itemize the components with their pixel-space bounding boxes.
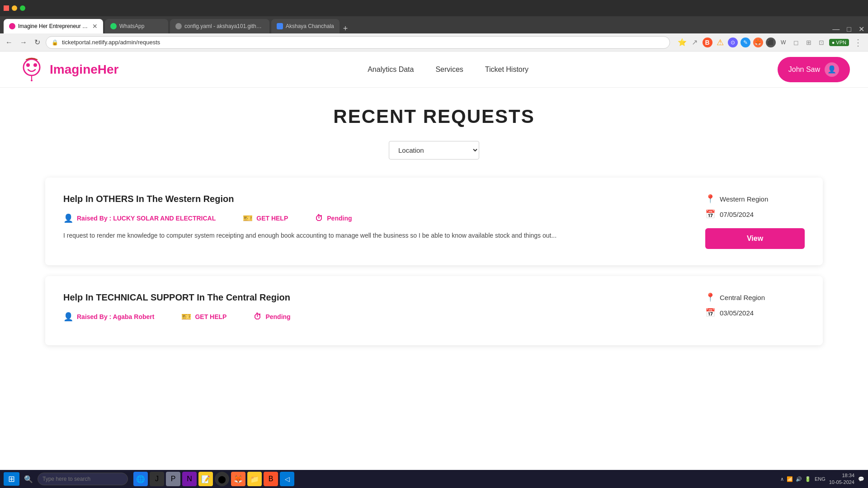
status-icon-2: ⏱ xyxy=(254,312,262,322)
taskbar-app-sticky[interactable]: 📝 xyxy=(198,472,213,486)
tab-active[interactable]: Imagine Her Entrepreneur Supp ✕ xyxy=(4,19,103,33)
new-tab-button[interactable]: + xyxy=(340,24,352,33)
svg-point-0 xyxy=(24,59,40,75)
svg-point-2 xyxy=(33,63,37,67)
battery-icon[interactable]: 🔋 xyxy=(805,476,811,482)
filter-row: Location Western Region Central Region E… xyxy=(45,141,823,160)
taskbar-app-onenote[interactable]: N xyxy=(182,472,197,486)
logo-accent: Her xyxy=(98,62,119,76)
close-icon[interactable]: ✕ xyxy=(859,25,864,33)
side-date-2: 📅 03/05/2024 xyxy=(705,308,754,318)
lock-icon: 🔒 xyxy=(52,39,58,46)
taskbar-app-brave[interactable]: B xyxy=(264,472,278,486)
user-icon-1: 👤 xyxy=(63,213,73,223)
start-button[interactable]: ⊞ xyxy=(4,472,19,486)
calendar-icon-2: 📅 xyxy=(705,308,715,318)
taskbar-app-firefox[interactable]: 🦊 xyxy=(231,472,245,486)
ext-icon-3[interactable]: 🦊 xyxy=(753,38,763,47)
menu-button[interactable]: ⋮ xyxy=(852,37,864,48)
nav-history[interactable]: Ticket History xyxy=(485,66,528,74)
taskbar-app-file[interactable]: 📁 xyxy=(247,472,262,486)
network-icon[interactable]: 📶 xyxy=(787,476,793,482)
svg-point-4 xyxy=(31,80,33,81)
status-label-1: Pending xyxy=(327,215,352,222)
system-tray-up[interactable]: ∧ xyxy=(780,476,784,482)
tab-label-config: config.yaml - akshaya101.github.io xyxy=(184,23,264,29)
ext-icon-2[interactable]: ✎ xyxy=(741,38,750,47)
browser-chrome xyxy=(0,0,868,16)
region-text-2: Central Region xyxy=(720,294,765,301)
refresh-button[interactable]: ↻ xyxy=(33,37,42,47)
tab-label-wa: WhatsApp xyxy=(119,23,163,29)
ext-icon-7[interactable]: ⊞ xyxy=(804,38,814,47)
tab-favicon-wa xyxy=(110,23,117,29)
brave-icon[interactable]: B xyxy=(703,38,712,47)
nav-analytics[interactable]: Analytics Data xyxy=(368,66,414,74)
address-bar-row: ← → ↻ 🔒 ticketportal.netlify.app/admin/r… xyxy=(0,33,868,52)
volume-icon[interactable]: 🔊 xyxy=(796,476,802,482)
meta-status-1: ⏱ Pending xyxy=(315,213,352,223)
minimize-icon[interactable]: — xyxy=(832,25,840,33)
maximize-icon[interactable]: □ xyxy=(847,25,851,33)
svg-point-1 xyxy=(26,63,30,67)
ext-icon-5[interactable]: W xyxy=(778,38,788,47)
tab-config[interactable]: config.yaml - akshaya101.github.io xyxy=(170,19,269,33)
location-pin-icon-2: 📍 xyxy=(705,292,715,302)
back-button[interactable]: ← xyxy=(4,38,14,47)
nav-links: Analytics Data Services Ticket History xyxy=(368,66,528,74)
ext-icon-8[interactable]: ⊡ xyxy=(816,38,826,47)
logo-text: ImagineHer xyxy=(50,62,119,77)
language-indicator: ENG xyxy=(815,476,826,482)
ext-icon-4[interactable]: ⬛ xyxy=(766,38,776,47)
side-date-1: 📅 07/05/2024 xyxy=(705,209,754,219)
taskbar-app-vscode[interactable]: ◁ xyxy=(280,472,294,486)
view-button-1[interactable]: View xyxy=(705,228,805,249)
bookmark-icon[interactable]: ⭐ xyxy=(677,38,687,47)
taskbar-app-cortana[interactable]: 🌐 xyxy=(133,472,148,486)
nav-services[interactable]: Services xyxy=(435,66,463,74)
share-icon[interactable]: ↗ xyxy=(690,38,700,47)
tab-bar: Imagine Her Entrepreneur Supp ✕ WhatsApp… xyxy=(0,16,868,33)
vpn-badge[interactable]: ● VPN xyxy=(829,39,849,46)
raised-by-label-1: Raised By : LUCKY SOLAR AND ELECTRICAL xyxy=(77,215,216,222)
meta-service-1: 🎫 GET HELP xyxy=(243,213,288,223)
side-region-2: 📍 Central Region xyxy=(705,292,765,302)
clock-date: 10-05-2024 xyxy=(829,479,854,486)
taskbar-app-circle[interactable]: ⬤ xyxy=(215,472,229,486)
user-icon-2: 👤 xyxy=(63,312,73,322)
taskbar-app-jetbrains[interactable]: J xyxy=(150,472,164,486)
tab-akshaya[interactable]: Akshaya Chanchala xyxy=(271,19,340,33)
ext-icon-6[interactable]: ◻ xyxy=(791,38,801,47)
tab-label-akshaya: Akshaya Chanchala xyxy=(286,23,334,29)
taskbar-clock[interactable]: 18:34 10-05-2024 xyxy=(829,472,854,486)
location-select[interactable]: Location Western Region Central Region E… xyxy=(389,141,479,160)
taskbar-right: ∧ 📶 🔊 🔋 ENG 18:34 10-05-2024 💬 xyxy=(780,472,864,486)
shield-icon[interactable]: ⚠ xyxy=(715,38,725,47)
forward-button[interactable]: → xyxy=(18,38,29,47)
card-main-2: Help In TECHNICAL SUPPORT In The Central… xyxy=(63,292,687,329)
taskbar-app-php[interactable]: P xyxy=(166,472,180,486)
notification-icon[interactable]: 💬 xyxy=(858,476,864,482)
logo-area[interactable]: ImagineHer xyxy=(18,56,119,83)
taskbar-search-input[interactable] xyxy=(38,473,128,485)
tab-favicon-gh xyxy=(175,23,182,29)
region-text-1: Western Region xyxy=(720,195,768,203)
tab-close-btn[interactable]: ✕ xyxy=(92,23,98,30)
taskbar-search-button[interactable]: 🔍 xyxy=(21,472,36,486)
card-main-1: Help In OTHERS In The Western Region 👤 R… xyxy=(63,194,687,249)
user-profile-button[interactable]: John Saw 👤 xyxy=(778,57,850,82)
page-title: RECENT REQUESTS xyxy=(45,106,823,127)
card-meta-2: 👤 Raised By : Agaba Robert 🎫 GET HELP ⏱ … xyxy=(63,312,687,322)
tab-whatsapp[interactable]: WhatsApp xyxy=(105,19,168,33)
card-title-2: Help In TECHNICAL SUPPORT In The Central… xyxy=(63,292,687,303)
ext-icon-1[interactable]: ⊙ xyxy=(728,38,738,47)
service-icon-2: 🎫 xyxy=(181,312,191,322)
taskbar-apps: 🌐 J P N 📝 ⬤ 🦊 📁 B ◁ xyxy=(133,472,294,486)
location-pin-icon-1: 📍 xyxy=(705,194,715,204)
service-label-1: GET HELP xyxy=(256,215,288,222)
browser-actions: ⭐ ↗ B ⚠ ⊙ ✎ 🦊 ⬛ W ◻ ⊞ ⊡ ● VPN ⋮ xyxy=(677,37,864,48)
meta-raised-by-2: 👤 Raised By : Agaba Robert xyxy=(63,312,154,322)
tab-favicon-app xyxy=(9,23,15,29)
meta-status-2: ⏱ Pending xyxy=(254,312,290,322)
address-field[interactable]: 🔒 ticketportal.netlify.app/admin/request… xyxy=(46,36,670,49)
